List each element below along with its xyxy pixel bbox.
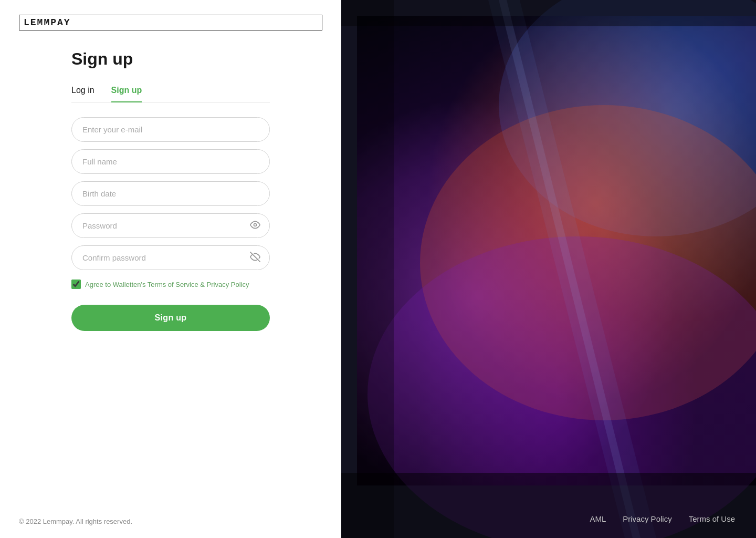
right-panel: AML Privacy Policy Terms of Use	[341, 0, 756, 538]
terms-checkbox-row: Agree to Walletten's Terms of Service & …	[71, 280, 270, 289]
signup-button[interactable]: Sign up	[71, 305, 270, 331]
tab-signup[interactable]: Sign up	[111, 86, 142, 102]
footer-link-terms[interactable]: Terms of Use	[689, 514, 735, 523]
tab-login[interactable]: Log in	[71, 86, 94, 102]
hero-image	[357, 16, 756, 485]
page-title: Sign up	[71, 49, 270, 69]
confirm-password-toggle-icon[interactable]	[250, 252, 260, 264]
confirm-password-wrapper	[71, 245, 270, 270]
svg-point-0	[254, 223, 257, 226]
confirm-password-input[interactable]	[71, 245, 270, 270]
terms-checkbox-label: Agree to Walletten's Terms of Service & …	[85, 281, 249, 288]
logo: LEMMPAY	[19, 15, 322, 30]
email-input[interactable]	[71, 117, 270, 142]
tab-bar: Log in Sign up	[71, 86, 270, 102]
footer-copyright: © 2022 Lemmpay. All rights reserved.	[0, 505, 341, 538]
footer-link-privacy[interactable]: Privacy Policy	[623, 514, 671, 523]
footer-links: AML Privacy Policy Terms of Use	[590, 514, 735, 523]
password-input[interactable]	[71, 213, 270, 238]
form-container: Sign up Log in Sign up	[0, 39, 341, 505]
fullname-wrapper	[71, 149, 270, 174]
birthdate-wrapper	[71, 181, 270, 206]
fullname-input[interactable]	[71, 149, 270, 174]
terms-checkbox[interactable]	[71, 280, 81, 289]
password-wrapper	[71, 213, 270, 238]
birthdate-input[interactable]	[71, 181, 270, 206]
footer-link-aml[interactable]: AML	[590, 514, 606, 523]
email-wrapper	[71, 117, 270, 142]
form-fields: Agree to Walletten's Terms of Service & …	[71, 117, 270, 331]
logo-text: LEMMPAY	[24, 17, 71, 28]
left-panel: LEMMPAY Sign up Log in Sign up	[0, 0, 341, 538]
password-toggle-icon[interactable]	[250, 220, 260, 232]
